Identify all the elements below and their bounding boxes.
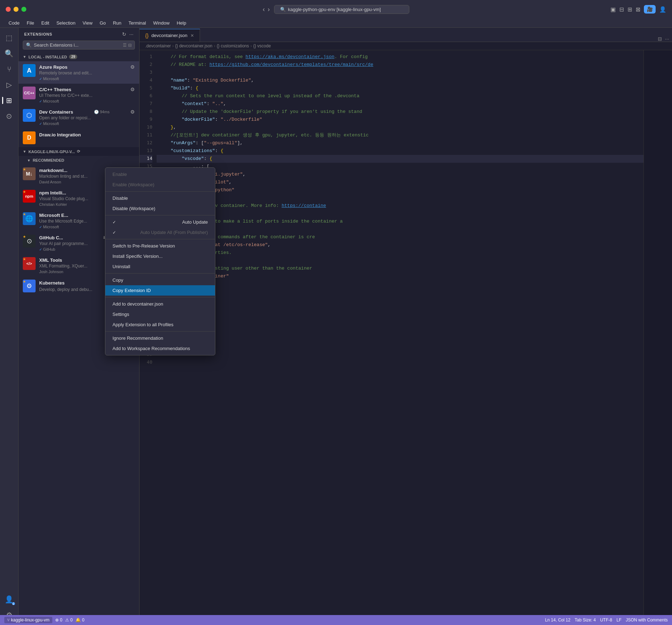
menu-code[interactable]: Code	[6, 20, 22, 26]
activity-source-control[interactable]: ⑂	[2, 62, 16, 76]
tab-label: devcontainer.json	[151, 33, 187, 38]
breadcrumb-item-1[interactable]: .devcontainer	[145, 43, 171, 48]
section-local-installed[interactable]: ▼ LOCAL - INSTALLED 29	[19, 52, 139, 61]
clear-search-icon[interactable]: ☰	[123, 43, 127, 48]
menu-file[interactable]: File	[24, 20, 37, 26]
status-errors[interactable]: ⊗ 0	[55, 618, 62, 623]
menu-selection[interactable]: Selection	[53, 20, 78, 26]
ctx-copy-ext-id[interactable]: Copy Extension ID	[105, 285, 215, 296]
tab-devcontainer-json[interactable]: {} devcontainer.json ✕	[140, 29, 200, 42]
activity-account[interactable]: 👤 1	[2, 592, 16, 606]
menu-view[interactable]: View	[80, 20, 95, 26]
ext-name-cpp-themes: C/C++ Themes	[39, 87, 71, 92]
ctx-add-workspace-rec[interactable]: Add to Workspace Recommendations	[105, 343, 215, 354]
split-editor-icon[interactable]: ⊟	[658, 36, 662, 42]
local-count-badge: 29	[69, 54, 77, 59]
close-button[interactable]	[6, 7, 11, 12]
menubar: Code File Edit Selection View Go Run Ter…	[0, 19, 672, 28]
ctx-settings[interactable]: Settings	[105, 309, 215, 319]
ext-publisher-xml: Josh Johnson	[39, 270, 63, 274]
extensions-search-box[interactable]: 🔍 ☰ ⊟	[23, 41, 135, 50]
status-branch[interactable]: ⑂ kaggle-linux-gpu-vm	[4, 617, 52, 623]
tab-close-button[interactable]: ✕	[190, 33, 194, 38]
sidebar-actions: ↻ ···	[122, 31, 133, 37]
ctx-copy[interactable]: Copy	[105, 275, 215, 285]
maximize-button[interactable]	[21, 7, 26, 12]
ctx-disable[interactable]: Disable	[105, 193, 215, 203]
breadcrumb-item-4[interactable]: {} vscode	[253, 43, 271, 48]
avatar-icon[interactable]: 👤	[659, 6, 666, 13]
ctx-install-specific[interactable]: Install Specific Version...	[105, 251, 215, 261]
ext-item-azure-repos[interactable]: A Azure Repos ⚙ Remotely browse and edit…	[19, 61, 139, 84]
ext-item-dev-containers[interactable]: ⬡ Dev Containers 🕐 94ms ⚙ Open any folde…	[19, 106, 139, 129]
ext-gear-azure-repos[interactable]: ⚙	[130, 64, 135, 70]
status-tab-size[interactable]: Tab Size: 4	[575, 618, 596, 623]
back-button[interactable]: ‹	[263, 6, 265, 13]
status-position[interactable]: Ln 14, Col 12	[545, 618, 570, 623]
ctx-pre-release[interactable]: Switch to Pre-Release Version	[105, 241, 215, 251]
search-input[interactable]	[34, 42, 121, 48]
breadcrumb-item-2[interactable]: {} devcontainer.json	[175, 43, 212, 48]
ext-icon-kubernetes: ⚙ ★	[23, 280, 36, 292]
sidebar-toggle-icon[interactable]: ▣	[610, 6, 616, 13]
status-encoding[interactable]: UTF-8	[600, 618, 612, 623]
status-line-ending[interactable]: LF	[616, 618, 621, 623]
traffic-lights	[6, 7, 26, 12]
ctx-apply-profiles[interactable]: Apply Extension to all Profiles	[105, 319, 215, 330]
ctx-add-workspace-rec-label: Add to Workspace Recommendations	[112, 346, 190, 351]
section-recommended[interactable]: ▼ RECOMMENDED	[19, 156, 139, 165]
ext-icon-xml: </> ★	[23, 257, 36, 270]
menu-window[interactable]: Window	[150, 20, 172, 26]
ctx-uninstall[interactable]: Uninstall	[105, 261, 215, 272]
breadcrumb-item-3[interactable]: {} customizations	[217, 43, 249, 48]
section-kaggle[interactable]: ▼ KAGGLE-LINUX-GPU-V... ⟳	[19, 147, 139, 156]
minimize-button[interactable]	[14, 7, 19, 12]
ext-gear-dev-containers[interactable]: ⚙	[130, 109, 135, 115]
ctx-disable-workspace[interactable]: Disable (Workspace)	[105, 203, 215, 214]
section-arrow-kaggle: ▼	[23, 150, 26, 153]
status-language[interactable]: JSON with Comments	[626, 618, 668, 623]
status-notifications[interactable]: 🔔 0	[75, 618, 84, 623]
menu-run[interactable]: Run	[110, 20, 124, 26]
menu-go[interactable]: Go	[97, 20, 109, 26]
ext-gear-cpp-themes[interactable]: ⚙	[130, 87, 135, 92]
ctx-ignore-rec-label: Ignore Recommendation	[112, 335, 163, 341]
forward-button[interactable]: ›	[268, 6, 270, 13]
ctx-disable-workspace-label: Disable (Workspace)	[112, 206, 155, 211]
activity-remote[interactable]: ⊙	[2, 109, 16, 123]
section-arrow-recommended: ▼	[27, 158, 31, 162]
ctx-add-devcontainer[interactable]: Add to devcontainer.json	[105, 299, 215, 309]
status-warnings[interactable]: ⚠ 0	[65, 618, 73, 623]
more-editor-icon[interactable]: ···	[665, 36, 669, 42]
code-content[interactable]: // For format details, see https://aka.m…	[157, 50, 644, 625]
activity-search[interactable]: 🔍	[2, 46, 16, 61]
ctx-enable-workspace: Enable (Workspace)	[105, 179, 215, 190]
titlebar-center: ‹ › 🔍 kaggle-python-gpu-env [kaggle-linu…	[263, 5, 409, 14]
filter-search-icon[interactable]: ⊟	[128, 43, 132, 48]
status-bar: ⑂ kaggle-linux-gpu-vm ⊗ 0 ⚠ 0 🔔 0 Ln 14,…	[0, 615, 672, 625]
title-search[interactable]: 🔍 kaggle-python-gpu-env [kaggle-linux-gp…	[274, 5, 409, 14]
panel-toggle-icon[interactable]: ⊞	[628, 6, 632, 13]
editor-tabs: {} devcontainer.json ✕ ⊟ ···	[140, 28, 672, 42]
activity-explorer[interactable]: ⬚	[2, 31, 16, 45]
ctx-uninstall-label: Uninstall	[112, 264, 130, 269]
verified-icon: ✓	[39, 77, 42, 81]
ctx-auto-update[interactable]: ✓ Auto Update	[105, 217, 215, 227]
editor-layout-icon[interactable]: ⊟	[619, 6, 624, 13]
activity-run[interactable]: ▷	[2, 78, 16, 92]
ext-name-azure-repos: Azure Repos	[39, 64, 67, 70]
ext-info-drawio: Draw.io Integration	[39, 131, 135, 138]
activity-extensions[interactable]: ⊞	[2, 93, 16, 108]
menu-terminal[interactable]: Terminal	[126, 20, 149, 26]
ctx-sep-1	[105, 191, 215, 192]
more-extensions-icon[interactable]: ···	[129, 31, 133, 37]
ctx-auto-update-check: ✓	[112, 220, 116, 225]
layout-icon[interactable]: ⊠	[636, 6, 640, 13]
refresh-extensions-icon[interactable]: ↻	[122, 31, 126, 37]
ext-item-cpp-themes[interactable]: C/C++ C/C++ Themes ⚙ UI Themes for C/C++…	[19, 84, 139, 106]
menu-help[interactable]: Help	[174, 20, 189, 26]
menu-edit[interactable]: Edit	[38, 20, 52, 26]
ext-item-drawio[interactable]: D Draw.io Integration	[19, 129, 139, 147]
ctx-ignore-rec[interactable]: Ignore Recommendation	[105, 333, 215, 343]
video-button[interactable]: 🎥	[644, 5, 656, 14]
